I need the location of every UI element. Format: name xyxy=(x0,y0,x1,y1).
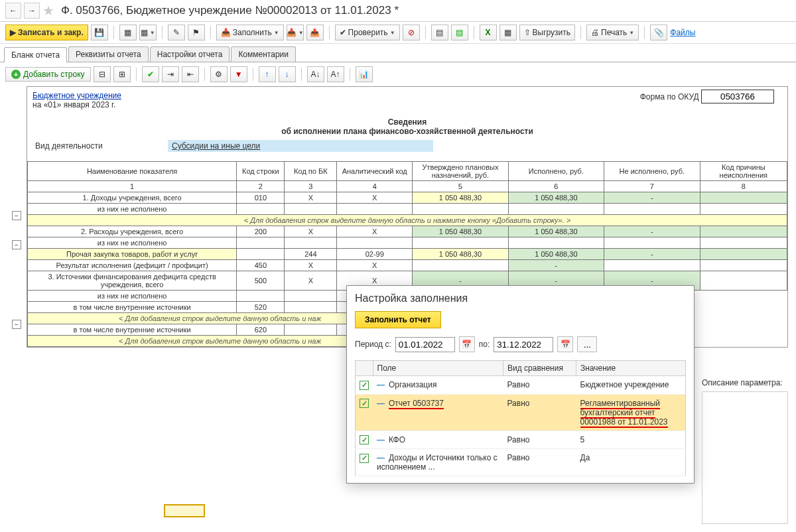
fill-button[interactable]: 📥Заполнить▼ xyxy=(216,25,284,40)
upload-button[interactable]: ⇧Выгрузить xyxy=(519,25,576,40)
attach-button[interactable]: 📎 xyxy=(650,25,667,40)
save-button[interactable]: 💾 xyxy=(91,25,108,40)
okud-label: Форма по ОКУД xyxy=(640,92,699,101)
expand-button[interactable]: ⊞ xyxy=(113,66,131,82)
fill-extra-button[interactable]: 📤 xyxy=(306,25,324,40)
sort-desc-button[interactable]: A↑ xyxy=(327,66,344,82)
collapse-button[interactable]: ⊟ xyxy=(94,66,111,82)
period-to-calendar[interactable]: 📅 xyxy=(557,336,573,352)
no-check-button[interactable]: ⊘ xyxy=(403,25,420,40)
excel-icon: X xyxy=(486,28,491,37)
table-row[interactable]: из них не исполнено xyxy=(28,204,787,215)
move-down-button[interactable]: ↓ xyxy=(279,66,296,82)
table-icon: ▦ xyxy=(504,28,511,37)
fill-icon: 📥 xyxy=(287,28,297,37)
tabs: Бланк отчета Реквизиты отчета Настройки … xyxy=(0,44,796,62)
table-row[interactable]: из них не исполнено xyxy=(28,237,787,249)
activity-label: Вид деятельности xyxy=(35,141,168,151)
save-icon: ▶ xyxy=(10,28,16,37)
edit-button[interactable]: ✎ xyxy=(168,25,185,40)
col-bk: Код по БК xyxy=(285,162,337,181)
chart-button[interactable]: 📊 xyxy=(356,66,373,82)
grid-button[interactable]: ▦ xyxy=(119,25,137,40)
calendar-icon: 📅 xyxy=(561,340,570,349)
add-row-button[interactable]: +Добавить строку xyxy=(5,67,91,82)
go-end-button[interactable]: ⇥ xyxy=(162,66,179,82)
sort-desc-icon: A↑ xyxy=(331,70,340,79)
okud-input[interactable] xyxy=(701,90,774,103)
form-button[interactable]: ▤ xyxy=(431,25,448,40)
grid-dd-button[interactable]: ▦▼ xyxy=(139,25,157,40)
period-to-input[interactable] xyxy=(494,337,553,352)
tab-settings[interactable]: Настройки отчета xyxy=(150,46,230,62)
tab-comments[interactable]: Комментарии xyxy=(231,46,296,62)
disk-icon: 💾 xyxy=(94,28,104,37)
check-button[interactable]: ✔Проверить▼ xyxy=(335,25,400,40)
col-code: Код строки xyxy=(237,162,285,181)
settings-button[interactable]: ⚙ xyxy=(210,66,228,82)
pencil-icon: ✎ xyxy=(173,28,180,37)
form-add-icon: ▤ xyxy=(456,28,463,37)
collapse-icon: ⊟ xyxy=(99,70,105,79)
tree-toggle-1[interactable]: − xyxy=(12,211,21,220)
grid-icon: ▦ xyxy=(124,28,131,37)
calendar-icon: 📅 xyxy=(462,340,472,349)
print-icon: 🖨 xyxy=(591,28,599,37)
fill-icon: 📤 xyxy=(310,28,320,37)
fill-icon: 📥 xyxy=(221,28,231,37)
form-add-button[interactable]: ▤ xyxy=(451,25,468,40)
go-start-button[interactable]: ⇤ xyxy=(182,66,199,82)
col-reason: Код причины неисполнения xyxy=(700,162,787,181)
favorite-star-icon[interactable]: ★ xyxy=(42,3,54,19)
tree-toggle-3[interactable]: − xyxy=(12,320,21,329)
check-icon: ✔ xyxy=(340,28,346,37)
move-up-button[interactable]: ↑ xyxy=(259,66,276,82)
period-from-calendar[interactable]: 📅 xyxy=(459,336,475,352)
activity-value[interactable]: Субсидии на иные цели xyxy=(168,140,433,152)
files-link[interactable]: Файлы xyxy=(670,28,695,37)
period-more-button[interactable]: ... xyxy=(577,336,597,352)
funnel-icon: ▼ xyxy=(235,70,243,79)
org-name[interactable]: Бюджетное учреждение xyxy=(33,91,121,100)
col-analytic: Аналитический код xyxy=(337,162,413,181)
tree-toggle-2[interactable]: − xyxy=(12,240,21,249)
down-icon: ↓ xyxy=(285,70,289,79)
sort-asc-button[interactable]: A↓ xyxy=(307,66,324,82)
form-icon: ▤ xyxy=(436,28,443,37)
col-done: Исполнено, руб. xyxy=(508,162,604,181)
page-title: Ф. 0503766, Бюджетное учреждение №000020… xyxy=(61,4,399,17)
top-nav: ← → ★ Ф. 0503766, Бюджетное учреждение №… xyxy=(0,0,796,22)
arrow-end-icon: ⇥ xyxy=(167,70,174,79)
flag-icon: ⚑ xyxy=(192,28,200,37)
upload-icon: ⇧ xyxy=(524,28,531,37)
period-from-input[interactable] xyxy=(395,337,455,352)
hint-row[interactable]: < Для добавления строк выделите данную о… xyxy=(28,215,787,226)
table-row[interactable]: 2. Расходы учреждения, всего200XX1 050 4… xyxy=(28,226,787,237)
plus-icon: + xyxy=(11,70,21,79)
print-button[interactable]: 🖨Печать▼ xyxy=(586,25,639,40)
fill-report-button[interactable]: Заполнить отчет xyxy=(355,311,441,328)
expand-icon: ⊞ xyxy=(119,70,125,79)
tab-blank[interactable]: Бланк отчета xyxy=(4,47,67,62)
tab-requisites[interactable]: Реквизиты отчета xyxy=(68,46,149,62)
table-button[interactable]: ▦ xyxy=(499,25,517,40)
flag-button[interactable]: ⚑ xyxy=(188,25,205,40)
apply-button[interactable]: ✔ xyxy=(142,66,159,82)
table-row[interactable]: Прочая закупка товаров, работ и услуг244… xyxy=(28,249,787,260)
table-row[interactable]: Результат исполнения (дефицит / профицит… xyxy=(28,260,787,271)
forward-button[interactable]: → xyxy=(24,3,40,19)
fill-settings-panel: Настройка заполнения Заполнить отчет Пер… xyxy=(346,285,695,356)
up-icon: ↑ xyxy=(265,70,269,79)
excel-button[interactable]: X xyxy=(480,25,497,40)
filter-button[interactable]: ▼ xyxy=(230,66,247,82)
back-button[interactable]: ← xyxy=(5,3,21,19)
fill-more-button[interactable]: 📥▼ xyxy=(287,25,304,40)
table-row[interactable]: 1. Доходы учреждения, всего010XX1 050 48… xyxy=(28,192,787,204)
sort-asc-icon: A↓ xyxy=(311,70,320,79)
report-title: Сведения xyxy=(33,117,782,127)
save-close-button[interactable]: ▶Записать и закр. xyxy=(5,25,88,40)
arrow-start-icon: ⇤ xyxy=(187,70,194,79)
main-toolbar: ▶Записать и закр. 💾 ▦ ▦▼ ✎ ⚑ 📥Заполнить▼… xyxy=(0,22,796,44)
col-not: Не исполнено, руб. xyxy=(604,162,700,181)
panel-title: Настройка заполнения xyxy=(355,293,686,304)
